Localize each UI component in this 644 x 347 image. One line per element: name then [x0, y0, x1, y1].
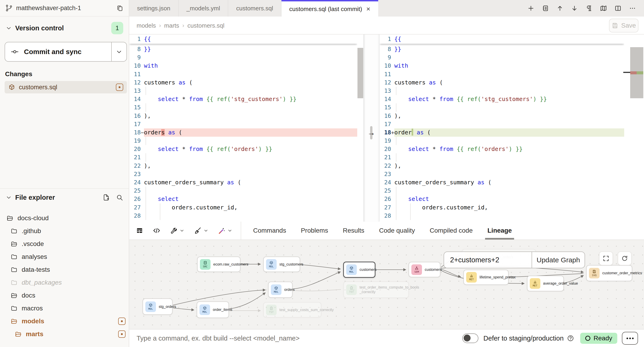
- tab-settings-json[interactable]: settings.json: [129, 0, 179, 16]
- lineage-search-input[interactable]: 2+customers+2: [444, 252, 532, 268]
- fullscreen-button[interactable]: [599, 252, 613, 265]
- breadcrumb-item[interactable]: marts: [164, 22, 179, 29]
- version-control-title: Version control: [15, 24, 108, 32]
- commit-and-sync-label: Commit and sync: [24, 48, 82, 56]
- tab-customers-sql[interactable]: customers.sql: [228, 0, 281, 16]
- commit-and-sync-button[interactable]: Commit and sync: [4, 42, 127, 62]
- save-icon: [612, 22, 618, 29]
- diff-pane-current[interactable]: 8}}910with1112customers as (1314 select …: [129, 34, 357, 222]
- wand-button[interactable]: [218, 227, 232, 235]
- tst-icon: [269, 306, 274, 311]
- lineage-node-average-order-value[interactable]: METaverage_order_value: [527, 276, 564, 291]
- down-icon[interactable]: [571, 4, 578, 12]
- lineage-node-label: lifetime_spend_pretax: [480, 275, 516, 280]
- branch-header: matthewshaver-patch-1: [0, 0, 129, 16]
- command-input[interactable]: Type a command, ex. dbt build --select <…: [129, 335, 462, 342]
- broom-button[interactable]: [194, 227, 208, 235]
- folder-open-icon: [10, 292, 18, 299]
- diff-overview-ruler[interactable]: [630, 34, 643, 222]
- met-badge: MET: [466, 272, 477, 283]
- lineage-node-customer-order-metrics[interactable]: SVQcustomer_order_metrics: [586, 265, 632, 281]
- map-icon[interactable]: [600, 4, 607, 12]
- wrench-button[interactable]: [170, 227, 184, 235]
- tab-customers-sql-last-commit-[interactable]: customers.sql (last commit)×: [282, 0, 378, 16]
- lineage-node-label: stg_customers: [280, 262, 303, 267]
- new-file-icon[interactable]: [102, 194, 110, 201]
- cube-icon: [274, 286, 278, 290]
- tree-item-macros[interactable]: macros: [0, 302, 129, 315]
- defer-toggle[interactable]: [462, 334, 478, 343]
- breadcrumb-item[interactable]: customers.sql: [188, 22, 224, 29]
- panel-tab-problems[interactable]: Problems: [301, 222, 328, 240]
- changed-file-row[interactable]: customers.sql: [4, 81, 127, 93]
- chevron-down-icon[interactable]: [180, 228, 184, 233]
- file-explorer-title: File explorer: [15, 194, 99, 201]
- codeicon-button[interactable]: [153, 227, 160, 235]
- panel-tab-commands[interactable]: Commands: [253, 222, 286, 240]
- lineage-canvas[interactable]: SRCecom.raw_customersMDLstg_customersMDL…: [129, 240, 644, 329]
- lineage-node-customers-semantic[interactable]: SEMcustomers: [408, 262, 440, 277]
- search-icon[interactable]: [116, 194, 123, 201]
- tree-item-label: marts: [26, 331, 114, 338]
- save-button[interactable]: Save: [609, 19, 638, 32]
- save-label: Save: [621, 22, 636, 29]
- tree-item--vscode[interactable]: .vscode: [0, 238, 129, 250]
- more-options-button[interactable]: [622, 332, 638, 345]
- folder-icon: [10, 253, 18, 260]
- panel-tab-code-quality[interactable]: Code quality: [379, 222, 415, 240]
- tree-item-data-tests[interactable]: data-tests: [0, 263, 129, 276]
- refresh-graph-button[interactable]: [618, 252, 632, 265]
- tree-item-models[interactable]: models: [0, 315, 129, 328]
- lineage-node-customers-model[interactable]: MDLcustomers: [343, 262, 376, 278]
- copy-icon[interactable]: [116, 4, 124, 12]
- update-graph-button[interactable]: Update Graph: [532, 252, 584, 268]
- lineage-node-order-items[interactable]: MDLorder_items: [197, 302, 229, 318]
- lineage-node-test-supply-costs[interactable]: TSTtest_supply_costs_sum_correctly: [263, 302, 321, 318]
- lineage-node-stg-orders[interactable]: MDLstg_orders: [142, 299, 172, 315]
- breadcrumb[interactable]: models›marts›customers.sql: [136, 16, 224, 34]
- panel-tab-compiled-code[interactable]: Compiled code: [430, 222, 473, 240]
- apply-change-arrow-button[interactable]: →: [364, 127, 378, 138]
- commit-options-caret[interactable]: [112, 42, 126, 61]
- lineage-search-box: 2+customers+2 Update Graph: [444, 252, 585, 268]
- tree-item-dbt-packages[interactable]: dbt_packages: [0, 276, 129, 289]
- notebook-icon[interactable]: [542, 4, 549, 12]
- panel-tab-results[interactable]: Results: [343, 222, 364, 240]
- chevron-down-icon[interactable]: [227, 228, 232, 233]
- panel-tab-lineage[interactable]: Lineage: [488, 222, 512, 240]
- file-explorer-header[interactable]: File explorer: [0, 189, 129, 206]
- modified-badge: [116, 83, 123, 91]
- tree-item-label: dbt_packages: [22, 279, 126, 286]
- up-icon[interactable]: [556, 4, 564, 12]
- close-icon[interactable]: ×: [366, 5, 370, 13]
- tree-item--github[interactable]: .github: [0, 225, 129, 238]
- commit-and-sync-main[interactable]: Commit and sync: [5, 42, 112, 61]
- breadcrumb-item[interactable]: models: [136, 22, 156, 29]
- tab--models-yml[interactable]: _models.yml: [179, 0, 228, 16]
- overview-deleted-mark: [630, 71, 637, 74]
- diff-pane-last-commit[interactable]: 8}}910with1112customers as (1314 select …: [380, 34, 624, 222]
- pilcrow-icon[interactable]: [585, 4, 593, 12]
- tree-item-docs-cloud[interactable]: docs-cloud: [0, 212, 129, 225]
- help-icon[interactable]: [567, 335, 574, 342]
- lineage-node-test-order-items[interactable]: TSTtest_order_items_compute_to_bools_cor…: [344, 281, 409, 298]
- branch-name[interactable]: matthewshaver-patch-1: [16, 4, 113, 12]
- lineage-node-ecom-raw-customers[interactable]: SRCecom.raw_customers: [197, 257, 240, 272]
- tree-item-marts[interactable]: marts: [0, 328, 129, 341]
- tree-item-docs[interactable]: docs: [0, 289, 129, 302]
- lineage-node-lifetime-spend-pretax[interactable]: METlifetime_spend_pretax: [464, 270, 508, 285]
- lineage-node-orders[interactable]: MDLorders: [268, 282, 292, 298]
- met-badge: MET: [530, 278, 540, 289]
- dots-icon[interactable]: [629, 4, 636, 12]
- chevron-down-icon[interactable]: [204, 228, 208, 233]
- version-control-header[interactable]: Version control 1: [0, 21, 129, 35]
- lineage-node-label: average_order_value: [543, 281, 578, 286]
- columns-icon[interactable]: [614, 4, 622, 12]
- status-badge[interactable]: Ready: [580, 333, 617, 344]
- lineage-node-stg-customers[interactable]: MDLstg_customers: [263, 257, 300, 272]
- folder-icon: [10, 305, 18, 312]
- plus-icon[interactable]: [527, 4, 534, 12]
- left-editor-scrollbar[interactable]: [357, 34, 364, 222]
- tree-item-analyses[interactable]: analyses: [0, 250, 129, 263]
- table-button[interactable]: [136, 227, 144, 235]
